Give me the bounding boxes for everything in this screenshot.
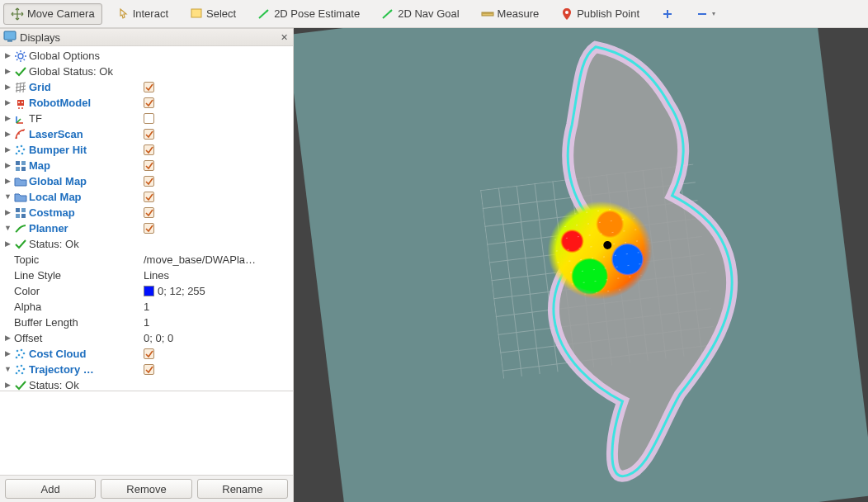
tree-item-status[interactable]: ▶ Status: Ok [0,377,293,391]
expand-arrow[interactable]: ▶ [3,239,12,249]
expand-arrow[interactable]: ▶ [3,349,12,358]
tree-label: TF [29,111,42,126]
checkbox[interactable] [144,144,154,155]
checkbox[interactable] [144,113,154,124]
checkbox[interactable] [144,223,154,234]
tree-label: Status: Ok [29,377,79,391]
pointcloud-icon [14,363,27,376]
publish-point-icon [560,7,573,21]
expand-arrow[interactable]: ▶ [3,67,12,76]
expand-arrow[interactable]: ▶ [3,98,12,107]
displays-panel-header[interactable]: Displays ✕ [0,28,293,46]
expand-arrow[interactable]: ▶ [3,130,12,139]
property-label: Line Style [14,268,61,283]
tree-item-line-style[interactable]: ▶ Line Style Lines [0,268,293,283]
property-value[interactable]: 1 [144,315,149,330]
interact-button[interactable]: Interact [109,3,176,25]
svg-point-29 [18,353,21,356]
expand-arrow[interactable]: ▶ [3,177,12,186]
move-camera-button[interactable]: Move Camera [3,3,102,25]
tree-label: Trajectory … [29,362,94,377]
3d-viewport[interactable] [294,28,868,502]
tree-label: Global Map [29,173,87,189]
tree-item-grid[interactable]: ▶ Grid [0,79,293,95]
expand-arrow[interactable]: ▶ [3,145,12,154]
tree-item-global-options[interactable]: ▶ Global Options [0,48,293,64]
displays-panel-close[interactable]: ✕ [278,31,290,43]
tree-item-alpha[interactable]: ▶ Alpha 1 [0,299,293,315]
displays-panel: Displays ✕ ▶ Global Options ▶ [0,28,294,502]
collapse-arrow[interactable]: ▼ [3,365,12,374]
tree-item-local-map[interactable]: ▼ Local Map [0,189,293,205]
pose-estimate-button[interactable]: 2D Pose Estimate [250,3,367,25]
tree-item-tf[interactable]: ▶ TF [0,111,293,126]
remove-button[interactable]: Remove [101,479,191,499]
collapse-arrow[interactable]: ▼ [3,192,12,201]
tree-item-planner[interactable]: ▼ Planner [0,220,293,236]
svg-point-34 [23,367,26,370]
expand-arrow[interactable]: ▶ [3,381,12,390]
tree-item-map[interactable]: ▶ Map [0,158,293,173]
expand-arrow[interactable]: ▶ [3,161,12,170]
checkbox[interactable] [144,160,154,171]
checkbox[interactable] [144,97,154,108]
grid-icon [14,81,27,94]
expand-arrow[interactable]: ▶ [3,51,12,60]
plus-icon [661,7,674,21]
property-value[interactable]: 0; 12; 255 [158,283,205,299]
checkbox[interactable] [144,348,154,359]
expand-arrow[interactable]: ▶ [3,208,12,217]
tree-item-trajectory[interactable]: ▼ Trajectory … [0,362,293,377]
checkbox[interactable] [144,82,154,92]
tree-label: Map [29,158,50,173]
nav-goal-button[interactable]: 2D Nav Goal [374,3,466,25]
property-value[interactable]: Lines [144,268,169,283]
tree-label: RobotModel [29,95,91,111]
tree-item-status[interactable]: ▶ Status: Ok [0,236,293,252]
tf-icon [14,112,27,126]
pointcloud-icon [14,348,27,361]
publish-point-button[interactable]: Publish Point [553,3,647,25]
property-value[interactable]: 1 [144,299,149,315]
tree-item-buffer[interactable]: ▶ Buffer Length 1 [0,315,293,330]
checkbox[interactable] [144,192,154,202]
checkbox[interactable] [144,129,154,140]
expand-arrow[interactable]: ▶ [3,83,12,92]
move-camera-icon [11,7,24,21]
map-icon [14,206,27,220]
expand-arrow[interactable]: ▶ [3,114,12,123]
svg-rect-0 [191,9,201,17]
svg-rect-20 [16,167,20,171]
collapse-arrow[interactable]: ▼ [3,224,12,233]
property-value[interactable]: /move_base/DWAPla… [144,252,256,268]
tree-item-global-status[interactable]: ▶ Global Status: Ok [0,64,293,79]
svg-point-10 [18,133,20,135]
tree-item-global-map[interactable]: ▶ Global Map [0,173,293,189]
property-value[interactable]: 0; 0; 0 [144,330,173,346]
svg-point-5 [18,54,23,59]
tree-item-color[interactable]: ▶ Color 0; 12; 255 [0,283,293,299]
select-button[interactable]: Select [182,3,243,25]
checkbox[interactable] [144,364,154,375]
checkbox[interactable] [144,176,154,187]
add-tool-button[interactable] [653,3,682,25]
minus-icon [696,7,709,21]
tree-item-topic[interactable]: ▶ Topic /move_base/DWAPla… [0,252,293,268]
tree-item-offset[interactable]: ▶ Offset 0; 0; 0 [0,330,293,346]
tree-item-cost-cloud[interactable]: ▶ Cost Cloud [0,346,293,362]
expand-arrow[interactable]: ▶ [3,334,12,343]
checkbox[interactable] [144,207,154,218]
displays-tree[interactable]: ▶ Global Options ▶ Global Status: Ok [0,46,293,391]
add-button[interactable]: Add [5,479,96,499]
measure-button[interactable]: Measure [474,3,547,25]
tree-item-robotmodel[interactable]: ▶ RobotModel [0,95,293,111]
tree-item-bumper-hit[interactable]: ▶ Bumper Hit [0,142,293,158]
remove-tool-button[interactable]: ▾ [688,3,723,25]
color-swatch[interactable] [144,286,154,296]
tree-item-costmap[interactable]: ▶ Costmap [0,205,293,220]
interact-label: Interact [133,7,168,20]
top-toolbar: Move Camera Interact Select 2D Pose Esti… [0,0,868,28]
rename-button[interactable]: Rename [197,479,288,499]
tree-item-laserscan[interactable]: ▶ LaserScan [0,126,293,142]
svg-point-14 [23,148,26,150]
